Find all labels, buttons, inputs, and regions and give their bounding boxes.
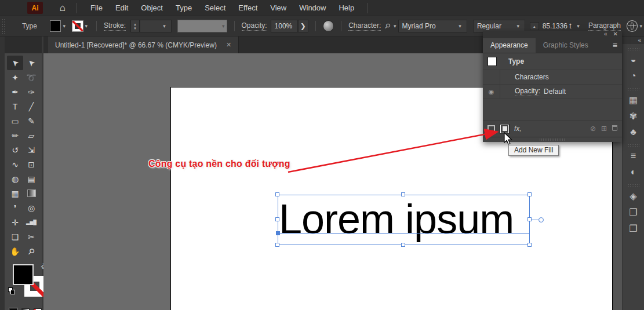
default-fill-stroke-icon[interactable] — [8, 287, 16, 295]
stroke-weight-dropdown[interactable]: ▾ — [140, 20, 172, 32]
menu-effect[interactable]: Effect — [232, 3, 264, 12]
menu-select[interactable]: Select — [198, 3, 232, 12]
tab-graphic-styles[interactable]: Graphic Styles — [536, 38, 596, 53]
handle-top-center[interactable] — [401, 192, 405, 196]
menu-edit[interactable]: Edit — [109, 3, 134, 12]
menu-window[interactable]: Window — [293, 3, 332, 12]
font-family-dropdown[interactable]: Myriad Pro ▾ — [398, 20, 467, 32]
mesh-tool[interactable]: ▦ — [7, 186, 23, 200]
close-tab-icon[interactable]: ✕ — [226, 41, 231, 49]
gripper-icon[interactable] — [628, 48, 639, 50]
gradient-tool[interactable] — [23, 186, 39, 200]
character-label[interactable]: Character: — [348, 21, 381, 31]
collapse-panel-icon[interactable]: « — [604, 31, 607, 37]
menu-file[interactable]: File — [84, 3, 109, 12]
gripper-icon[interactable] — [2, 19, 5, 34]
opacity-link[interactable]: Opacity: — [515, 87, 540, 96]
color-guide-panel-icon[interactable]: ◔ — [623, 68, 644, 84]
fill-proxy-swatch[interactable] — [13, 264, 34, 285]
document-tab[interactable]: Untitled-1 [Recovered]* @ 66.67 % (CMYK/… — [48, 37, 239, 53]
chevron-down-icon[interactable]: ▾ — [394, 23, 396, 29]
handle-bottom-center[interactable] — [401, 243, 405, 247]
free-transform-tool[interactable]: ⊡ — [23, 157, 39, 172]
gripper-icon[interactable] — [628, 144, 639, 147]
stroke-color-swatch[interactable] — [72, 20, 83, 32]
appearance-row-opacity[interactable]: ◉ Opacity: Default — [483, 85, 622, 99]
chevron-down-icon[interactable]: ▾ — [577, 23, 580, 29]
rectangle-tool[interactable]: ▭ — [7, 114, 23, 128]
shaper-tool[interactable]: ✏ — [7, 128, 23, 143]
step-up-icon[interactable]: ▴ — [533, 24, 536, 28]
handle-bottom-left[interactable] — [275, 243, 279, 247]
symbol-sprayer-tool[interactable]: ✛ — [7, 215, 23, 229]
clear-appearance-icon[interactable]: ⊘ — [590, 125, 596, 133]
export-panel-icon[interactable]: ❐ — [623, 204, 644, 220]
panel-menu-icon[interactable]: ≡ — [613, 41, 622, 53]
line-segment-tool[interactable]: ╱ — [23, 99, 39, 114]
opacity-label[interactable]: Opacity: — [242, 21, 267, 31]
paintbrush-tool[interactable]: ✎ — [23, 114, 39, 128]
blend-tool[interactable]: ◎ — [23, 200, 39, 215]
artboard-tool[interactable]: ❏ — [7, 229, 23, 244]
type-tool[interactable]: T — [7, 99, 23, 114]
zoom-tool[interactable]: ⚲ — [23, 244, 39, 258]
stroke-weight-stepper[interactable]: ▴ ▾ — [130, 20, 140, 32]
lasso-tool[interactable]: ➰ — [23, 70, 39, 85]
brush-definition-dropdown[interactable]: ▾ — [177, 20, 227, 32]
menu-object[interactable]: Object — [134, 3, 169, 12]
brushes-panel-icon[interactable]: ✾ — [623, 108, 644, 124]
chevron-down-icon[interactable]: ▾ — [639, 23, 642, 29]
font-size-stepper[interactable]: ▴ — [530, 22, 539, 30]
eyedropper-tool[interactable]: ❜ — [7, 200, 23, 215]
slice-tool[interactable]: ✂ — [23, 229, 39, 244]
opacity-field[interactable]: 100% — [271, 20, 298, 32]
baseline-anchor-handle[interactable] — [276, 231, 280, 235]
duplicate-item-icon[interactable]: ⊞ — [601, 125, 607, 133]
rotate-tool[interactable]: ↺ — [7, 143, 23, 157]
close-panel-icon[interactable]: ✕ — [613, 31, 618, 37]
direct-selection-tool[interactable]: ➤ — [23, 56, 39, 70]
scale-tool[interactable]: ⇲ — [23, 143, 39, 157]
appearance-row-type[interactable]: Type — [483, 53, 622, 70]
curvature-tool[interactable]: ✑ — [23, 85, 39, 99]
tab-appearance[interactable]: Appearance — [483, 38, 536, 53]
column-graph-tool[interactable]: ▂▅█ — [23, 215, 39, 229]
chevron-down-icon[interactable]: ▾ — [63, 23, 66, 29]
shape-builder-tool[interactable]: ◍ — [7, 172, 23, 186]
menu-help[interactable]: Help — [332, 3, 361, 12]
stroke-panel-icon[interactable]: ≡ — [623, 148, 644, 164]
magic-wand-tool[interactable]: ✦ — [7, 70, 23, 85]
handle-top-left[interactable] — [275, 192, 279, 196]
transparency-panel-icon[interactable]: ◐ — [623, 164, 644, 180]
appearance-row-characters[interactable]: Characters — [483, 70, 622, 85]
home-icon[interactable]: ⌂ — [56, 2, 70, 14]
selection-tool[interactable]: ➤ — [7, 56, 23, 70]
chevron-down-icon[interactable]: ▾ — [85, 23, 88, 29]
width-tool[interactable]: ∿ — [7, 157, 23, 172]
swatches-panel-icon[interactable]: ▦ — [623, 92, 644, 108]
step-down-icon[interactable]: ▾ — [134, 26, 136, 30]
stroke-weight-label[interactable]: Stroke: — [104, 21, 126, 31]
side-circle-handle[interactable] — [539, 217, 544, 223]
step-up-icon[interactable]: ▴ — [134, 22, 136, 26]
layers-panel-icon[interactable]: ◈ — [623, 188, 644, 204]
paragraph-globe-icon[interactable] — [627, 20, 638, 32]
add-effect-button[interactable]: fx, — [514, 125, 522, 133]
search-icon[interactable]: ⚲ — [383, 21, 392, 31]
handle-mid-right[interactable] — [527, 217, 532, 221]
visibility-eye-icon[interactable]: ◉ — [483, 85, 500, 99]
expand-panels-icon[interactable]: « — [623, 37, 644, 44]
gripper-icon[interactable] — [628, 87, 639, 90]
handle-bottom-right[interactable] — [527, 243, 532, 247]
handle-mid-left[interactable] — [275, 217, 279, 221]
artboards-panel-icon[interactable]: ❒ — [623, 220, 644, 236]
menu-type[interactable]: Type — [169, 3, 198, 12]
paragraph-label[interactable]: Paragraph — [588, 21, 621, 31]
opacity-expand-button[interactable]: ❯ — [298, 20, 308, 32]
delete-item-button[interactable] — [612, 125, 617, 133]
pen-tool[interactable]: ✒ — [7, 85, 23, 99]
gripper-icon[interactable] — [628, 184, 639, 187]
add-new-stroke-button[interactable] — [487, 125, 495, 133]
selection-bounding-box[interactable] — [278, 195, 530, 245]
symbols-panel-icon[interactable]: ♣ — [623, 124, 644, 140]
